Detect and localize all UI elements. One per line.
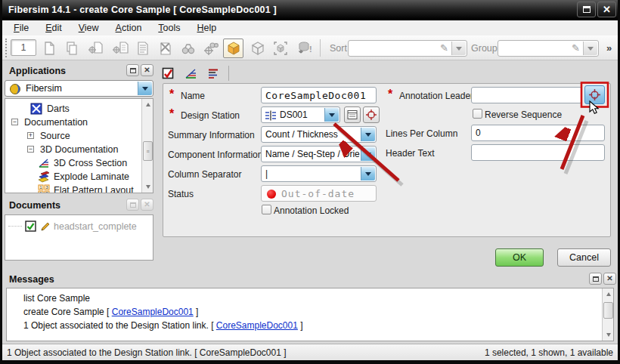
- scroll-up-button[interactable]: [603, 289, 613, 299]
- tab-annotation[interactable]: [205, 66, 222, 82]
- message-text: create Core Sample [: [23, 307, 112, 317]
- search-binoculars-button[interactable]: [178, 39, 198, 58]
- documents-float-button[interactable]: [126, 199, 139, 211]
- column-separator-combo[interactable]: |: [261, 165, 377, 182]
- svg-text:1: 1: [39, 191, 42, 193]
- document-item[interactable]: headstart_complete: [5, 220, 153, 233]
- menu-tools[interactable]: Tools: [150, 21, 188, 35]
- maximize-button[interactable]: [577, 2, 596, 17]
- tree-item-3d-documentation[interactable]: − 3D Documentation: [5, 143, 141, 156]
- summary-information-combo[interactable]: Count / Thickness: [261, 126, 377, 143]
- close-button[interactable]: ✕: [597, 2, 616, 17]
- chevron-down-icon: [365, 133, 371, 137]
- document-link[interactable]: CoreSampleDoc001: [216, 320, 298, 331]
- annotation-leader-input[interactable]: [471, 87, 582, 103]
- documents-title: Documents: [5, 200, 60, 211]
- messages-close-button[interactable]: ✕: [603, 273, 616, 285]
- restore-icon: [130, 202, 136, 208]
- collapse-expander[interactable]: −: [11, 119, 18, 125]
- database-export-button[interactable]: !: [294, 39, 315, 58]
- component-information-label: Component Information: [168, 150, 262, 160]
- group-combo-arrow[interactable]: [583, 42, 597, 55]
- sort-combo-arrow[interactable]: [451, 42, 466, 55]
- document-item-label: headstart_complete: [54, 221, 137, 232]
- tree-item-3d-cross-section[interactable]: 3D Cross Section: [5, 156, 141, 170]
- tree-scrollbar[interactable]: ≡: [141, 99, 153, 193]
- svg-text:2: 2: [45, 191, 48, 193]
- sort-combo[interactable]: ✎: [348, 40, 467, 57]
- tab-cross-section[interactable]: [182, 66, 200, 82]
- application-selector-arrow[interactable]: [138, 82, 152, 95]
- restore-icon: [593, 276, 599, 282]
- delete-document-button[interactable]: [155, 39, 175, 58]
- menu-view[interactable]: View: [70, 21, 107, 35]
- document-link[interactable]: CoreSampleDoc001: [112, 307, 194, 317]
- titlebar: Fibersim 14.1 - create Core Sample [ Cor…: [0, 0, 620, 20]
- status-bar-counts: 1 selected, 1 shown, 1 available: [485, 347, 613, 358]
- scrollbar-thumb[interactable]: [603, 302, 613, 319]
- application-selector[interactable]: Fibersim: [5, 80, 153, 97]
- documents-close-button[interactable]: ✕: [141, 199, 153, 211]
- toolbar-overflow-button[interactable]: »: [606, 42, 612, 54]
- maximize-icon: [583, 6, 591, 13]
- design-station-locate-button[interactable]: [363, 106, 380, 123]
- cancel-button[interactable]: Cancel: [557, 248, 611, 267]
- copy-document-button[interactable]: [61, 39, 82, 58]
- menu-action[interactable]: Action: [107, 21, 150, 35]
- wireframe-cube-button[interactable]: [247, 39, 268, 58]
- tab-general[interactable]: [160, 66, 177, 82]
- component-information-arrow[interactable]: [361, 147, 375, 161]
- menu-help[interactable]: Help: [189, 21, 225, 35]
- page-number-box[interactable]: 1: [11, 39, 36, 56]
- tree-item-darts[interactable]: Darts: [5, 102, 141, 116]
- expand-expander[interactable]: +: [27, 132, 34, 139]
- tree-item-source[interactable]: + Source: [5, 129, 141, 143]
- messages-float-button[interactable]: [589, 273, 602, 285]
- design-station-list-button[interactable]: [344, 106, 361, 123]
- applications-close-button[interactable]: ✕: [141, 64, 153, 76]
- name-input[interactable]: [261, 87, 377, 103]
- tree-item-explode-laminate[interactable]: Explode Laminate: [5, 170, 141, 184]
- checked-checkbox-icon[interactable]: [25, 221, 36, 232]
- group-combo[interactable]: ✎: [498, 40, 599, 57]
- summary-information-arrow[interactable]: [361, 128, 375, 141]
- scroll-up-button[interactable]: [143, 100, 153, 110]
- annotation-leader-locate-button[interactable]: [584, 85, 605, 104]
- annotation-locked-checkbox[interactable]: [262, 205, 271, 214]
- scroll-down-button[interactable]: [603, 330, 613, 340]
- design-station-arrow[interactable]: [324, 108, 339, 122]
- annotation-lines-icon: [207, 67, 220, 80]
- status-bar: 1 Object associated to the Design Statio…: [2, 344, 618, 360]
- message-text: ]: [194, 307, 199, 317]
- ok-button[interactable]: OK: [495, 248, 544, 267]
- applications-tree: Darts − Documentation + Source − 3D Docu…: [5, 98, 153, 193]
- collapse-expander[interactable]: −: [27, 146, 34, 153]
- toolbar-separator: [320, 39, 321, 57]
- tab-separator: [228, 66, 229, 81]
- applications-float-button[interactable]: [126, 64, 139, 76]
- component-information-combo[interactable]: Name / Seq-Step / Orien: [261, 146, 377, 162]
- locate-copy-document-button[interactable]: [110, 39, 130, 58]
- menu-edit[interactable]: Edit: [37, 21, 70, 35]
- framed-cube-button[interactable]: [270, 39, 290, 58]
- lines-per-column-input[interactable]: [471, 125, 605, 141]
- lines-per-column-label: Lines Per Column: [386, 128, 457, 139]
- locate-search-button[interactable]: [200, 39, 221, 58]
- menu-file[interactable]: File: [5, 21, 37, 35]
- header-text-input[interactable]: [471, 144, 605, 161]
- close-icon: ✕: [603, 5, 611, 14]
- database-export-icon: !: [296, 41, 313, 56]
- toolbar-grip[interactable]: [5, 39, 7, 57]
- scrollbar-thumb[interactable]: ≡: [143, 141, 153, 161]
- solid-cube-button[interactable]: [223, 39, 243, 58]
- column-separator-arrow[interactable]: [361, 167, 375, 180]
- new-document-button[interactable]: [39, 39, 59, 58]
- messages-scrollbar[interactable]: [602, 288, 613, 341]
- design-station-combo[interactable]: DS001: [261, 106, 340, 123]
- document-details-button[interactable]: [132, 39, 153, 58]
- reverse-sequence-checkbox[interactable]: [473, 109, 482, 119]
- scroll-down-button[interactable]: [143, 182, 153, 192]
- tree-item-flat-pattern-layout[interactable]: 1312 Flat Pattern Layout: [5, 184, 141, 193]
- tree-item-documentation[interactable]: − Documentation: [5, 116, 141, 129]
- locate-document-button[interactable]: [85, 39, 106, 58]
